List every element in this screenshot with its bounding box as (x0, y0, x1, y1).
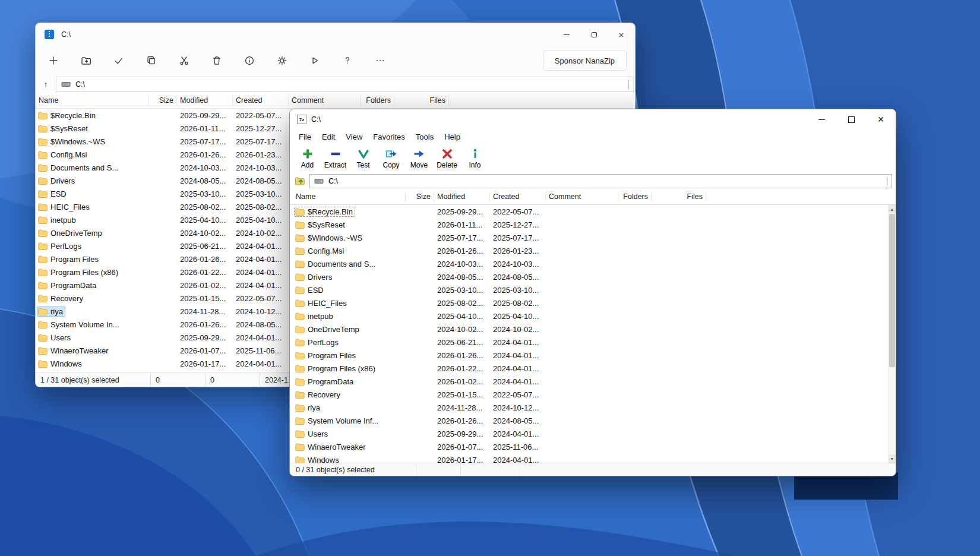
file-row[interactable]: Program Files2026-01-26...2024-04-01... (290, 349, 896, 362)
trash-icon (211, 55, 222, 66)
file-name: $SysReset (50, 124, 88, 133)
minimize-button[interactable] (807, 109, 836, 129)
file-name: $Recycle.Bin (50, 111, 96, 120)
menu-favorites[interactable]: Favorites (368, 129, 410, 144)
file-row[interactable]: Recovery2025-01-15...2022-05-07... (290, 388, 896, 401)
maximize-button[interactable] (580, 23, 608, 46)
menu-file[interactable]: File (293, 129, 317, 144)
status-selection: 0 / 31 object(s) selected (290, 463, 416, 476)
file-name: ESD (308, 286, 324, 295)
file-name: Documents and S... (308, 260, 375, 268)
menu-view[interactable]: View (340, 129, 368, 144)
settings-button[interactable] (270, 50, 294, 71)
test-button[interactable]: Test (349, 145, 377, 172)
delete-button[interactable] (205, 50, 229, 71)
column-header-folders[interactable]: Folders (361, 96, 394, 106)
file-name: riya (50, 307, 63, 316)
column-header-comment[interactable]: Comment (546, 192, 618, 202)
file-row[interactable]: WinaeroTweaker2026-01-07...2025-11-06... (290, 440, 896, 453)
file-name: OneDriveTemp (50, 229, 102, 238)
column-header-modified[interactable]: Modified (177, 96, 233, 106)
maximize-button[interactable] (836, 109, 866, 129)
check-icon (113, 55, 124, 66)
up-button[interactable]: ↑ (38, 77, 53, 92)
gear-icon (277, 55, 287, 66)
parent-folder-button[interactable] (295, 176, 305, 186)
column-header-created[interactable]: Created (490, 192, 546, 202)
file-row[interactable]: Drivers2024-08-05...2024-08-05... (290, 270, 896, 283)
file-row[interactable]: $Recycle.Bin2025-09-29...2022-05-07... (290, 205, 896, 218)
nanazip-toolbar: Sponsor NanaZip (36, 46, 635, 75)
sevenzip-vertical-scrollbar[interactable]: ▲ ▼ (888, 205, 896, 463)
menu-tools[interactable]: Tools (410, 129, 439, 144)
file-row[interactable]: PerfLogs2025-06-21...2024-04-01... (290, 336, 896, 349)
add-button[interactable]: Add (293, 145, 321, 172)
file-row[interactable]: System Volume Inf...2026-01-26...2024-08… (290, 414, 896, 427)
folder-icon (295, 365, 305, 372)
help-button[interactable] (336, 50, 359, 71)
file-row[interactable]: Windows2026-01-17...2024-04-01... (290, 453, 896, 463)
file-row[interactable]: inetpub2025-04-10...2025-04-10... (290, 309, 896, 323)
file-name: Program Files (x86) (50, 268, 118, 277)
column-header-folders[interactable]: Folders (618, 192, 652, 202)
menu-help[interactable]: Help (439, 129, 466, 144)
column-header-size[interactable]: Size (406, 192, 434, 202)
scroll-up-arrow[interactable]: ▲ (889, 205, 896, 213)
sevenzip-address-bar[interactable]: C:\ (309, 174, 892, 188)
file-row[interactable]: Users2025-09-29...2024-04-01... (290, 427, 896, 440)
delete-icon (441, 148, 453, 160)
cut-button[interactable] (172, 50, 196, 71)
column-header-files[interactable]: Files (394, 96, 449, 106)
sevenzip-column-headers: Name Size Modified Created Comment Folde… (290, 189, 896, 205)
file-row[interactable]: HEIC_Files2025-08-02...2025-08-02... (290, 296, 896, 309)
test-button[interactable] (107, 50, 131, 71)
new-folder-button[interactable] (74, 50, 98, 71)
file-row[interactable]: OneDriveTemp2024-10-02...2024-10-02... (290, 323, 896, 336)
info-button[interactable] (238, 50, 261, 71)
column-header-name[interactable]: Name (36, 96, 148, 106)
sevenzip-file-list: ▲ ▼ $Recycle.Bin2025-09-29...2022-05-07.… (290, 205, 896, 463)
file-row[interactable]: ProgramData2026-01-02...2024-04-01... (290, 375, 896, 388)
column-header-size[interactable]: Size (148, 96, 177, 106)
file-name: Recovery (50, 294, 83, 303)
extract-button[interactable]: Extract (321, 145, 349, 172)
more-button[interactable] (368, 50, 392, 71)
folder-icon (295, 247, 305, 255)
close-button[interactable]: × (608, 23, 635, 46)
delete-button[interactable]: Delete (433, 145, 461, 172)
file-row[interactable]: riya2024-11-28...2024-10-12... (290, 401, 896, 414)
copy-button[interactable] (140, 50, 163, 71)
menu-edit[interactable]: Edit (317, 129, 340, 144)
add-icon (48, 55, 59, 66)
file-row[interactable]: Program Files (x86)2026-01-22...2024-04-… (290, 362, 896, 375)
file-row[interactable]: Documents and S...2024-10-03...2024-10-0… (290, 257, 896, 270)
info-button[interactable]: Info (461, 145, 489, 172)
chevron-down-icon[interactable] (887, 177, 887, 185)
column-header-comment[interactable]: Comment (289, 96, 361, 106)
column-header-created[interactable]: Created (233, 96, 289, 106)
sponsor-button[interactable]: Sponsor NanaZip (543, 50, 627, 71)
move-button[interactable]: Move (405, 145, 433, 172)
scrollbar-thumb[interactable] (889, 214, 895, 367)
file-row[interactable]: $SysReset2026-01-11...2025-12-27... (290, 218, 896, 231)
run-button[interactable] (303, 50, 327, 71)
close-button[interactable]: × (866, 109, 896, 129)
file-row[interactable]: Config.Msi2026-01-26...2026-01-23... (290, 244, 896, 257)
minimize-button[interactable] (553, 23, 580, 46)
copy-button[interactable]: Copy (377, 145, 405, 172)
status-cell (416, 463, 461, 476)
scroll-down-arrow[interactable]: ▼ (889, 454, 896, 463)
file-row[interactable]: ESD2025-03-10...2025-03-10... (290, 283, 896, 296)
column-header-name[interactable]: Name (293, 192, 406, 202)
column-header-modified[interactable]: Modified (434, 192, 490, 202)
sevenzip-app-icon: 7z (297, 115, 306, 124)
file-name: Config.Msi (308, 247, 344, 255)
column-header-files[interactable]: Files (652, 192, 706, 202)
sponsor-label: Sponsor NanaZip (555, 56, 615, 65)
chevron-down-icon[interactable] (628, 80, 628, 89)
nanazip-address-bar[interactable]: C:\ (56, 77, 634, 92)
add-button[interactable] (42, 50, 65, 71)
folder-icon (295, 352, 305, 359)
file-row[interactable]: $Windows.~WS2025-07-17...2025-07-17... (290, 231, 896, 244)
file-name: Program Files (x86) (308, 364, 375, 373)
